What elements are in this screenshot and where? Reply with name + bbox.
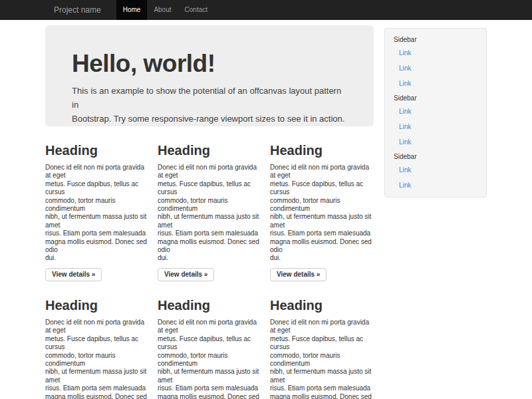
page-container: Hello, world! This is an example to show… xyxy=(45,25,487,399)
sidebar-section-3: Sidebar Link Link xyxy=(385,150,486,193)
card-title: Heading xyxy=(270,143,374,158)
sidebar-link[interactable]: Link xyxy=(385,119,486,134)
navbar: Project name Home About Contact xyxy=(0,0,532,20)
sidebar: Sidebar Link Link Link Sidebar Link Link… xyxy=(384,28,487,198)
card-title: Heading xyxy=(158,143,261,158)
navbar-menu: Home About Contact xyxy=(116,0,214,20)
feature-card-4: Heading Donec id elit non mi porta gravi… xyxy=(45,281,149,399)
main-content: Hello, world! This is an example to show… xyxy=(45,25,374,399)
jumbotron: Hello, world! This is an example to show… xyxy=(45,25,374,126)
sidebar-link[interactable]: Link xyxy=(385,162,486,178)
cards-row-2: Heading Donec id elit non mi porta gravi… xyxy=(45,281,374,399)
feature-card-6: Heading Donec id elit non mi porta gravi… xyxy=(270,281,374,399)
navbar-container: Project name Home About Contact xyxy=(45,0,487,20)
card-body-text: Donec id elit non mi porta gravida at eg… xyxy=(158,164,261,263)
sidebar-link[interactable]: Link xyxy=(385,61,486,76)
view-details-button[interactable]: View details » xyxy=(158,268,214,281)
feature-card-2: Heading Donec id elit non mi porta gravi… xyxy=(158,126,261,281)
view-details-button[interactable]: View details » xyxy=(45,268,102,281)
sidebar-heading: Sidebar xyxy=(385,33,486,45)
nav-item-about[interactable]: About xyxy=(147,0,178,20)
content-row: Hello, world! This is an example to show… xyxy=(45,25,487,399)
navbar-brand[interactable]: Project name xyxy=(45,0,110,20)
card-title: Heading xyxy=(45,143,149,158)
page-title: Hello, world! xyxy=(72,51,347,78)
feature-card-5: Heading Donec id elit non mi porta gravi… xyxy=(158,281,261,399)
card-body-text: Donec id elit non mi porta gravida at eg… xyxy=(270,319,374,399)
cards-row-1: Heading Donec id elit non mi porta gravi… xyxy=(45,126,374,281)
nav-item-home[interactable]: Home xyxy=(116,0,148,20)
sidebar-heading: Sidebar xyxy=(385,91,486,104)
card-title: Heading xyxy=(270,298,374,313)
sidebar-section-1: Sidebar Link Link Link xyxy=(385,33,486,91)
sidebar-link[interactable]: Link xyxy=(385,76,486,91)
sidebar-section-2: Sidebar Link Link Link xyxy=(385,91,486,150)
card-title: Heading xyxy=(158,298,261,313)
feature-card-1: Heading Donec id elit non mi porta gravi… xyxy=(45,126,149,281)
feature-card-3: Heading Donec id elit non mi porta gravi… xyxy=(270,126,374,281)
sidebar-link[interactable]: Link xyxy=(385,104,486,119)
card-title: Heading xyxy=(45,298,149,313)
view-details-button[interactable]: View details » xyxy=(270,268,327,281)
jumbotron-lead-text: This is an example to show the potential… xyxy=(72,84,347,126)
sidebar-link[interactable]: Link xyxy=(385,178,486,193)
sidebar-link[interactable]: Link xyxy=(385,45,486,61)
card-body-text: Donec id elit non mi porta gravida at eg… xyxy=(270,164,374,263)
nav-item-contact[interactable]: Contact xyxy=(178,0,214,20)
card-body-text: Donec id elit non mi porta gravida at eg… xyxy=(45,319,149,399)
card-body-text: Donec id elit non mi porta gravida at eg… xyxy=(158,319,261,399)
sidebar-heading: Sidebar xyxy=(385,150,486,162)
sidebar-link[interactable]: Link xyxy=(385,134,486,150)
card-body-text: Donec id elit non mi porta gravida at eg… xyxy=(45,164,149,263)
